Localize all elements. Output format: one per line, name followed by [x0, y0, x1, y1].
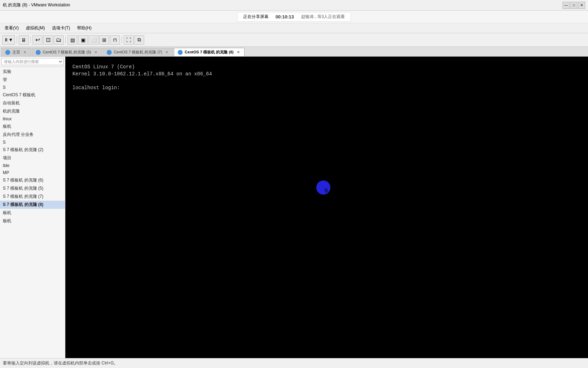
share-bar: 正在分享屏幕 00:10:13 赵愉涛...等3人正在观看 [0, 11, 588, 23]
maximize-button[interactable]: □ [570, 2, 577, 9]
sidebar-item-mgr[interactable]: 管 [0, 76, 65, 84]
terminal-line3 [72, 77, 581, 85]
tab-clone7-icon [107, 50, 112, 55]
tab-clone5-label: CentOS 7 模板机 的克隆 (5) [43, 50, 91, 55]
fullscreen-button[interactable]: ⛶ [124, 35, 134, 45]
sidebar-item-autoinstall[interactable]: 自动装机 [0, 99, 65, 107]
revert-button[interactable]: ↩ [33, 35, 42, 45]
sidebar-item-clone[interactable]: 机的克隆 [0, 107, 65, 115]
tab-clone7-close[interactable]: ✕ [164, 50, 169, 55]
sidebar-item-clone7[interactable]: S 7 模板机 的克隆 (7) [0, 192, 65, 201]
tab-clone7[interactable]: CentOS 7 模板机 的克隆 (7) ✕ [103, 48, 173, 56]
tab-clone8-label: CentOS 7 模板机 的克隆 (8) [185, 50, 234, 55]
menu-view[interactable]: 查看(V) [1, 24, 22, 32]
tab-clone8[interactable]: CentOS 7 模板机 的克隆 (8) ✕ [174, 48, 245, 56]
tab-clone8-icon [178, 50, 183, 55]
sidebar-item-clone5[interactable]: S 7 模板机 的克隆 (5) [0, 184, 65, 192]
tab-home-label: 主页 [12, 50, 20, 55]
sidebar-item-board2[interactable]: 板机 [0, 217, 65, 225]
tab-clone5-close[interactable]: ✕ [93, 50, 98, 55]
pause-button[interactable]: ⏸▼ [2, 35, 15, 45]
sidebar-item-proxy[interactable]: 反向代理 分业务 [0, 131, 65, 139]
sidebar-item-boardmachine[interactable]: 板机 [0, 122, 65, 131]
terminal-line2: Kernel 3.10.0-1062.12.1.el7.x86_64 on an… [72, 71, 581, 78]
title-bar: 机 的克隆 (8) - VMware Workstation — □ ✕ [0, 0, 588, 11]
sidebar-item-board1[interactable]: 板机 [0, 209, 65, 217]
status-bar: 要将输入定向到该虚拟机，请在虚拟机内部单击或按 Ctrl+G。 [0, 358, 588, 368]
menu-vm[interactable]: 虚拟机(M) [23, 24, 48, 32]
title-bar-controls: — □ ✕ [563, 2, 585, 9]
toolbar: ⏸▼ 🖥 ↩ ⊡ 🗂 ▤ ▣ ⬜ ⊞ ⊓ ⛶ ⧉ [0, 33, 588, 47]
snapshot1-button[interactable]: ⊡ [43, 35, 53, 45]
sidebar-item-clone8[interactable]: S 7 模板机 的克隆 (8) [0, 201, 65, 209]
view-compact-button[interactable]: ▣ [78, 35, 88, 45]
close-button[interactable]: ✕ [578, 2, 585, 9]
tabs-bar: 主页 ✕ CentOS 7 模板机 的克隆 (5) ✕ CentOS 7 模板机… [0, 47, 588, 57]
vm-terminal: CentOS Linux 7 (Core) Kernel 3.10.0-1062… [65, 57, 588, 358]
sidebar-item-s1[interactable]: S [0, 84, 65, 91]
tab-home-close[interactable]: ✕ [22, 50, 27, 55]
sidebar-list: 实验 管 S CentOS 7 模板机 自动装机 机的克隆 linux 板机 反… [0, 67, 65, 358]
separator-1 [17, 36, 17, 44]
sidebar-item-lab[interactable]: 实验 [0, 68, 65, 76]
status-text: 要将输入定向到该虚拟机，请在虚拟机内部单击或按 Ctrl+G。 [3, 360, 118, 366]
terminal-line1: CentOS Linux 7 (Core) [72, 64, 581, 71]
terminal-line4: localhost login: [72, 85, 581, 92]
share-timer: 00:10:13 [276, 14, 294, 19]
tab-home-icon [5, 50, 10, 55]
sidebar-item-mp[interactable]: MP [0, 169, 65, 176]
snapshot2-button[interactable]: 🗂 [54, 35, 64, 45]
menu-tab[interactable]: 选项卡(T) [49, 24, 73, 32]
sidebar-item-project[interactable]: 项目 [0, 154, 65, 162]
tab-clone5-icon [36, 50, 41, 55]
share-bar-info: 正在分享屏幕 00:10:13 赵愉涛...等3人正在观看 [237, 12, 351, 22]
sidebar-item-centos-template[interactable]: CentOS 7 模板机 [0, 91, 65, 99]
view-fullscreen-button[interactable]: ⬜ [89, 35, 99, 45]
view-normal-button[interactable]: ▤ [67, 35, 77, 45]
view-unity-button[interactable]: ⊞ [99, 35, 109, 45]
title-bar-text: 机 的克隆 (8) - VMware Workstation [3, 2, 585, 8]
sidebar-item-s2[interactable]: S [0, 139, 65, 146]
separator-3 [65, 36, 66, 44]
tab-clone5[interactable]: CentOS 7 模板机 的克隆 (5) ✕ [32, 48, 102, 56]
tab-clone8-close[interactable]: ✕ [236, 50, 241, 55]
menu-help[interactable]: 帮助(H) [74, 24, 95, 32]
sidebar-item-linux[interactable]: linux [0, 115, 65, 122]
unity-mode-button[interactable]: ⧉ [134, 35, 144, 45]
main-content: 请输入内容进行搜索 实验 管 S CentOS 7 模板机 自动装机 机的克隆 … [0, 57, 588, 358]
minimize-button[interactable]: — [563, 2, 570, 9]
view-fit-button[interactable]: ⊓ [110, 35, 120, 45]
search-dropdown[interactable]: 请输入内容进行搜索 [1, 58, 64, 65]
share-viewers: 赵愉涛...等3人正在观看 [301, 14, 345, 20]
separator-2 [30, 36, 31, 44]
vm-display[interactable]: CentOS Linux 7 (Core) Kernel 3.10.0-1062… [65, 57, 588, 358]
tab-clone7-label: CentOS 7 模板机 的克隆 (7) [114, 50, 162, 55]
tab-home[interactable]: 主页 ✕ [1, 48, 31, 56]
sidebar-search[interactable]: 请输入内容进行搜索 [0, 57, 65, 67]
separator-4 [122, 36, 122, 44]
sidebar-item-ible[interactable]: ible [0, 162, 65, 169]
sidebar-item-clone2[interactable]: S 7 模板机 的克隆 (2) [0, 146, 65, 154]
sidebar-item-clone6[interactable]: S 7 模板机 的克隆 (6) [0, 176, 65, 184]
sidebar: 请输入内容进行搜索 实验 管 S CentOS 7 模板机 自动装机 机的克隆 … [0, 57, 65, 358]
menu-bar: 查看(V) 虚拟机(M) 选项卡(T) 帮助(H) [0, 23, 588, 33]
sharing-label: 正在分享屏幕 [243, 14, 269, 20]
send-to-button[interactable]: 🖥 [19, 35, 29, 45]
